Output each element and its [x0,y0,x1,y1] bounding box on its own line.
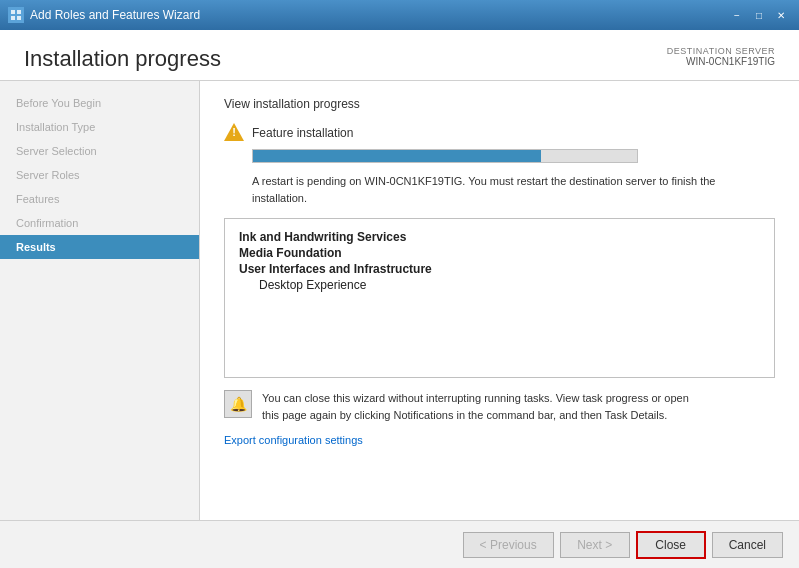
warning-icon: ! [224,123,244,143]
page-header: Installation progress DESTINATION SERVER… [0,30,799,80]
window-body: Installation progress DESTINATION SERVER… [0,30,799,568]
info-text: You can close this wizard without interr… [262,390,702,423]
destination-server-info: DESTINATION SERVER WIN-0CN1KF19TIG [667,46,775,67]
window-title: Add Roles and Features Wizard [30,8,200,22]
sidebar-item-results[interactable]: Results [0,235,199,259]
info-icon: 🔔 [224,390,252,418]
cancel-button[interactable]: Cancel [712,532,783,558]
feature-item-desktop: Desktop Experience [239,277,760,293]
svg-rect-1 [17,10,21,14]
footer: < Previous Next > Close Cancel [0,520,799,568]
svg-rect-3 [17,16,21,20]
destination-server-value: WIN-0CN1KF19TIG [667,56,775,67]
features-box: Ink and Handwriting Services Media Found… [224,218,775,378]
export-link[interactable]: Export configuration settings [224,434,363,446]
title-bar-left: Add Roles and Features Wizard [8,7,200,23]
progress-bar-container [252,149,638,163]
sidebar-item-confirmation: Confirmation [0,211,199,235]
minimize-button[interactable]: − [727,6,747,24]
content-area: Before You Begin Installation Type Serve… [0,80,799,520]
page-title: Installation progress [24,46,221,72]
feature-item-media: Media Foundation [239,245,760,261]
info-box: 🔔 You can close this wizard without inte… [224,390,775,423]
progress-bar-fill [253,150,541,162]
sidebar-item-features: Features [0,187,199,211]
feature-item-ink: Ink and Handwriting Services [239,229,760,245]
sidebar: Before You Begin Installation Type Serve… [0,81,200,520]
maximize-button[interactable]: □ [749,6,769,24]
sidebar-item-server-selection: Server Selection [0,139,199,163]
sidebar-item-installation-type: Installation Type [0,115,199,139]
svg-rect-2 [11,16,15,20]
next-button[interactable]: Next > [560,532,630,558]
window-close-button[interactable]: ✕ [771,6,791,24]
feature-install-row: ! Feature installation [224,123,775,143]
title-bar-controls: − □ ✕ [727,6,791,24]
destination-server-label: DESTINATION SERVER [667,46,775,56]
svg-rect-0 [11,10,15,14]
feature-install-label: Feature installation [252,126,353,140]
feature-item-ui: User Interfaces and Infrastructure [239,261,760,277]
main-content: View installation progress ! Feature ins… [200,81,799,520]
sidebar-item-before-you-begin: Before You Begin [0,91,199,115]
previous-button[interactable]: < Previous [463,532,554,558]
section-title: View installation progress [224,97,775,111]
app-icon [8,7,24,23]
title-bar: Add Roles and Features Wizard − □ ✕ [0,0,799,30]
sidebar-item-server-roles: Server Roles [0,163,199,187]
restart-message: A restart is pending on WIN-0CN1KF19TIG.… [252,173,732,206]
close-button[interactable]: Close [636,531,706,559]
